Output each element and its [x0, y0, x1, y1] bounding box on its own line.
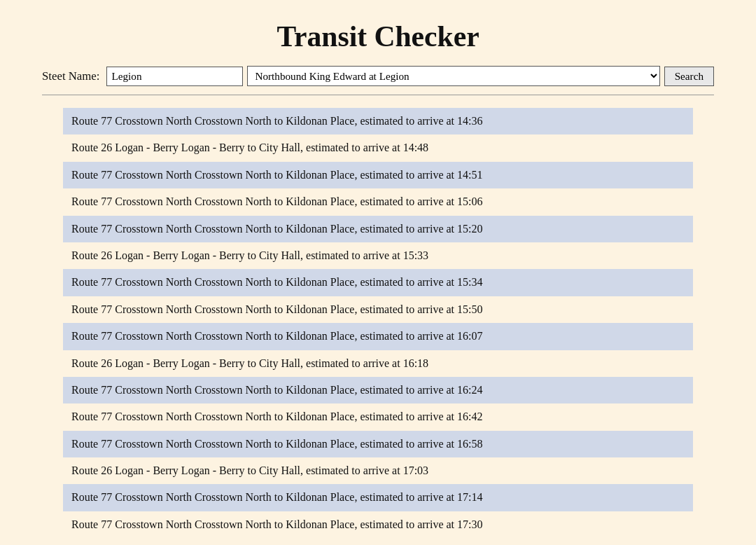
list-item: Route 77 Crosstown North Crosstown North…	[63, 188, 693, 215]
street-name-label: Steet Name:	[42, 69, 99, 83]
list-item: Route 77 Crosstown North Crosstown North…	[63, 108, 693, 134]
list-item: Route 77 Crosstown North Crosstown North…	[63, 162, 693, 188]
list-item: Route 77 Crosstown North Crosstown North…	[63, 377, 693, 403]
results-list: Route 77 Crosstown North Crosstown North…	[0, 108, 756, 538]
list-item: Route 26 Logan - Berry Logan - Berry to …	[63, 457, 693, 484]
list-item: Route 77 Crosstown North Crosstown North…	[63, 431, 693, 457]
list-item: Route 77 Crosstown North Crosstown North…	[63, 403, 693, 430]
list-item: Route 77 Crosstown North Crosstown North…	[63, 269, 693, 296]
list-item: Route 26 Logan - Berry Logan - Berry to …	[63, 350, 693, 377]
list-item: Route 26 Logan - Berry Logan - Berry to …	[63, 134, 693, 161]
list-item: Route 26 Logan - Berry Logan - Berry to …	[63, 242, 693, 269]
search-bar: Steet Name: Northbound King Edward at Le…	[0, 66, 756, 95]
list-item: Route 77 Crosstown North Crosstown North…	[63, 323, 693, 350]
page-title: Transit Checker	[0, 0, 756, 66]
list-item: Route 77 Crosstown North Crosstown North…	[63, 216, 693, 242]
street-name-input[interactable]	[106, 67, 243, 86]
divider	[42, 95, 714, 95]
list-item: Route 77 Crosstown North Crosstown North…	[63, 484, 693, 511]
list-item: Route 77 Crosstown North Crosstown North…	[63, 296, 693, 323]
list-item: Route 77 Crosstown North Crosstown North…	[63, 511, 693, 538]
route-dropdown[interactable]: Northbound King Edward at LegionNorthbou…	[247, 66, 659, 86]
search-button[interactable]: Search	[664, 67, 714, 86]
